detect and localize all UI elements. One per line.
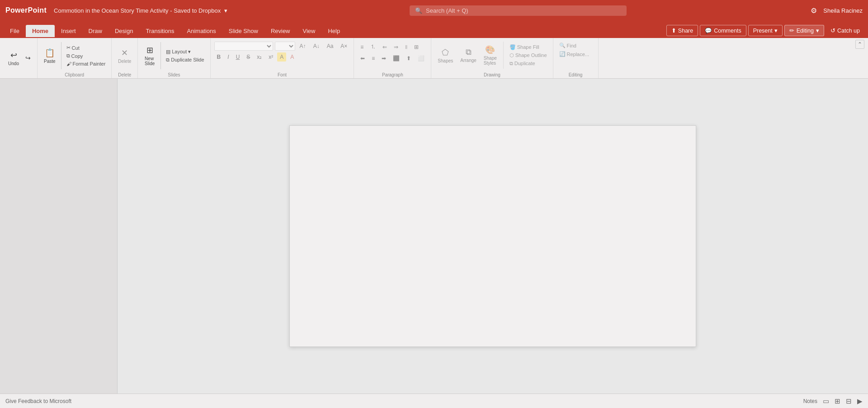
cut-button[interactable]: ✂ Cut	[64, 44, 108, 52]
duplicate2-icon: ⧉	[509, 61, 513, 66]
align-left-button[interactable]: ⬅	[358, 54, 368, 63]
highlight-button[interactable]: A	[277, 52, 286, 62]
comments-icon: 💬	[705, 27, 712, 34]
slide-canvas[interactable]	[118, 79, 868, 394]
share-button[interactable]: ⬆ Share	[666, 25, 698, 36]
para-row1: ≡ ⒈ ⇐ ⇒ ⫴ ⊞	[358, 42, 427, 52]
strikethrough-button[interactable]: S	[244, 52, 253, 62]
slides-sep	[160, 42, 161, 69]
ribbon-group-paragraph: ≡ ⒈ ⇐ ⇒ ⫴ ⊞ ⬅ ≡ ➡ ⬛ ⬆ ⬜ Paragraph	[354, 38, 431, 78]
tab-slide-show[interactable]: Slide Show	[222, 25, 264, 38]
paste-icon: 📋	[45, 48, 55, 58]
numbering-button[interactable]: ⒈	[368, 42, 378, 52]
decrease-font-button[interactable]: A↓	[311, 42, 322, 51]
comments-button[interactable]: 💬 Comments	[700, 25, 746, 36]
align-center-button[interactable]: ≡	[369, 54, 377, 63]
slide-panel[interactable]	[0, 79, 118, 394]
doc-title-dropdown[interactable]: ▾	[224, 7, 227, 14]
tab-home[interactable]: Home	[26, 25, 55, 38]
replace-icon: 🔄	[559, 51, 566, 57]
font-row2: B I U S x₂ x² A A	[214, 52, 350, 62]
change-case-button[interactable]: Aa	[324, 42, 336, 51]
tab-design[interactable]: Design	[108, 25, 139, 38]
undo-button[interactable]: ↩ Undo	[5, 48, 22, 68]
search-input[interactable]	[426, 7, 621, 14]
copy-button[interactable]: ⧉ Copy	[64, 52, 108, 60]
tab-transitions[interactable]: Transitions	[139, 25, 180, 38]
drawing-group-label: Drawing	[435, 71, 549, 77]
bullets-button[interactable]: ≡	[358, 42, 366, 52]
font-name-select[interactable]	[214, 42, 273, 51]
shapes-button[interactable]: ⬠ Shapes	[435, 46, 456, 65]
replace-button[interactable]: 🔄 Replace...	[557, 50, 592, 58]
catch-up-button[interactable]: ↺ Catch up	[826, 25, 864, 36]
delete-icon: ✕	[121, 48, 128, 58]
search-bar: 🔍	[227, 5, 809, 16]
tab-help[interactable]: Help	[321, 25, 346, 38]
tab-view[interactable]: View	[297, 25, 322, 38]
settings-icon[interactable]: ⚙	[809, 5, 819, 17]
columns-button[interactable]: ⫴	[402, 42, 410, 52]
clipboard-group-label: Clipboard	[41, 71, 108, 77]
decrease-indent-button[interactable]: ⇐	[380, 42, 390, 52]
smart-art-button[interactable]: ⊞	[411, 42, 421, 52]
tab-insert[interactable]: Insert	[55, 25, 82, 38]
clipboard-sep	[61, 42, 61, 69]
font-group-label: Font	[214, 71, 350, 77]
main-area	[0, 79, 868, 394]
copy-icon: ⧉	[66, 53, 70, 59]
delete-button[interactable]: ✕ Delete	[115, 46, 134, 66]
align-text-button[interactable]: ⬜	[415, 54, 427, 63]
share-icon: ⬆	[671, 27, 676, 34]
title-bar: PowerPoint Commotion in the Ocean Story …	[0, 0, 868, 21]
notes-label[interactable]: Notes	[803, 398, 817, 404]
clipboard-col: ✂ Cut ⧉ Copy 🖌 Format Painter	[64, 44, 108, 67]
bold-button[interactable]: B	[214, 52, 224, 62]
search-input-wrap: 🔍	[410, 5, 627, 16]
duplicate2-button[interactable]: ⧉ Duplicate	[507, 60, 549, 67]
present-button[interactable]: Present ▾	[748, 25, 783, 36]
increase-font-button[interactable]: A↑	[297, 42, 309, 51]
shape-outline-button[interactable]: ⬡ Shape Outline	[507, 52, 549, 59]
reading-view-icon[interactable]: ⊟	[846, 397, 852, 405]
user-name[interactable]: Sheila Racinez	[823, 7, 863, 14]
shape-styles-button[interactable]: 🎨 ShapeStyles	[481, 43, 500, 67]
tab-review[interactable]: Review	[264, 25, 297, 38]
duplicate-slide-icon: ⧉	[166, 57, 170, 63]
format-painter-button[interactable]: 🖌 Format Painter	[64, 60, 108, 67]
editing-icon: ✏	[789, 27, 794, 34]
tab-draw[interactable]: Draw	[82, 25, 108, 38]
subscript-button[interactable]: x₂	[254, 52, 264, 62]
increase-indent-button[interactable]: ⇒	[391, 42, 401, 52]
superscript-button[interactable]: x²	[266, 52, 276, 62]
editing-group-label: Editing	[557, 71, 594, 77]
paste-label: Paste	[44, 59, 56, 64]
clear-format-button[interactable]: A×	[338, 42, 350, 51]
slideshow-icon[interactable]: ▶	[857, 397, 863, 405]
para-row2: ⬅ ≡ ➡ ⬛ ⬆ ⬜	[358, 54, 427, 63]
italic-button[interactable]: I	[225, 52, 231, 62]
redo-button[interactable]: ↪	[23, 52, 33, 64]
justify-button[interactable]: ⬛	[390, 54, 402, 63]
duplicate-slide-button[interactable]: ⧉ Duplicate Slide	[164, 56, 206, 64]
layout-button[interactable]: ▤ Layout ▾	[164, 48, 206, 56]
feedback-label[interactable]: Give Feedback to Microsoft	[5, 398, 71, 404]
ribbon-group-font: A↑ A↓ Aa A× B I U S x₂ x² A A Font	[211, 38, 354, 78]
font-color-button[interactable]: A	[288, 52, 297, 62]
new-slide-button[interactable]: ⊞ NewSlide	[142, 43, 158, 68]
font-size-select[interactable]	[275, 42, 295, 51]
collapse-ribbon-button[interactable]: ⌃	[855, 40, 864, 49]
align-right-button[interactable]: ➡	[379, 54, 389, 63]
tab-file[interactable]: File	[4, 25, 26, 38]
shape-fill-button[interactable]: 🪣 Shape Fill	[507, 43, 549, 51]
editing-button[interactable]: ✏ Editing ▾	[784, 25, 824, 36]
paste-button[interactable]: 📋 Paste	[41, 46, 58, 66]
replace-label: Replace...	[567, 52, 590, 57]
text-direction-button[interactable]: ⬆	[404, 54, 414, 63]
underline-button[interactable]: U	[233, 52, 243, 62]
slide-sorter-icon[interactable]: ⊞	[835, 397, 840, 405]
normal-view-icon[interactable]: ▭	[823, 397, 829, 405]
arrange-button[interactable]: ⧉ Arrange	[458, 46, 479, 65]
tab-animations[interactable]: Animations	[181, 25, 222, 38]
find-button[interactable]: 🔍 Find	[557, 42, 592, 49]
